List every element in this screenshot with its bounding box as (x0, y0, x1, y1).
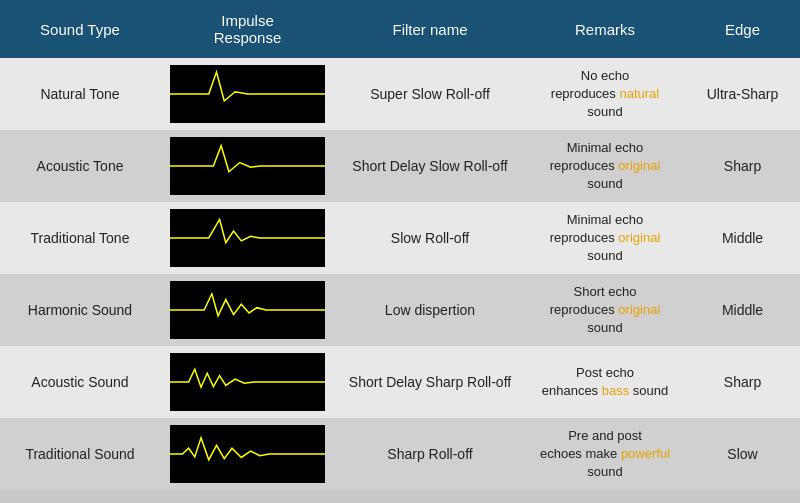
filter-name-cell: Short Delay Slow Roll-off (335, 130, 525, 202)
remarks-cell: Minimal echoreproduces original sound (525, 130, 685, 202)
sound-type-cell: Acoustic Sound (0, 346, 160, 418)
table-row: Acoustic SoundShort Delay Sharp Roll-off… (0, 346, 800, 418)
impulse-response-cell (160, 418, 335, 490)
remarks-highlight: original (618, 230, 660, 245)
waveform-canvas (170, 137, 325, 195)
table-row: Traditional ToneSlow Roll-offMinimal ech… (0, 202, 800, 274)
table-row: Acoustic ToneShort Delay Slow Roll-offMi… (0, 130, 800, 202)
edge-cell: Sharp (685, 346, 800, 418)
sound-type-cell: Harmonic Sound (0, 274, 160, 346)
edge-cell: Sharp (685, 130, 800, 202)
waveform-canvas (170, 65, 325, 123)
header-impulse-response: ImpulseResponse (160, 0, 335, 58)
impulse-response-cell (160, 274, 335, 346)
header-edge: Edge (685, 0, 800, 58)
filter-name-cell: Low dispertion (335, 274, 525, 346)
remarks-highlight: natural (619, 86, 659, 101)
remarks-highlight: powerful (621, 446, 670, 461)
edge-cell: Slow (685, 418, 800, 490)
edge-cell: Middle (685, 202, 800, 274)
impulse-response-cell (160, 346, 335, 418)
remarks-highlight: original (618, 158, 660, 173)
sound-type-cell: Acoustic Tone (0, 130, 160, 202)
filter-name-cell: Sharp Roll-off (335, 418, 525, 490)
waveform-canvas (170, 281, 325, 339)
remarks-cell: No echoreproduces natural sound (525, 58, 685, 130)
filter-name-cell: Slow Roll-off (335, 202, 525, 274)
impulse-response-cell (160, 202, 335, 274)
sound-type-cell: Natural Tone (0, 58, 160, 130)
remarks-cell: Post echoenhances bass sound (525, 346, 685, 418)
header-filter-name: Filter name (335, 0, 525, 58)
waveform-canvas (170, 209, 325, 267)
edge-cell: Ultra-Sharp (685, 58, 800, 130)
table-row: Harmonic SoundLow dispertionShort echore… (0, 274, 800, 346)
impulse-response-cell (160, 58, 335, 130)
impulse-response-cell (160, 130, 335, 202)
remarks-highlight: bass (602, 383, 629, 398)
remarks-cell: Short echoreproduces original sound (525, 274, 685, 346)
remarks-highlight: original (618, 302, 660, 317)
sound-type-cell: Traditional Sound (0, 418, 160, 490)
header-sound-type: Sound Type (0, 0, 160, 58)
sound-type-cell: Traditional Tone (0, 202, 160, 274)
table-row: Traditional SoundSharp Roll-offPre and p… (0, 418, 800, 490)
remarks-cell: Pre and postechoes make powerful sound (525, 418, 685, 490)
waveform-canvas (170, 353, 325, 411)
filter-name-cell: Super Slow Roll-off (335, 58, 525, 130)
filter-name-cell: Short Delay Sharp Roll-off (335, 346, 525, 418)
waveform-canvas (170, 425, 325, 483)
remarks-cell: Minimal echoreproduces original sound (525, 202, 685, 274)
edge-cell: Middle (685, 274, 800, 346)
header-remarks: Remarks (525, 0, 685, 58)
table-row: Natural ToneSuper Slow Roll-offNo echore… (0, 58, 800, 130)
